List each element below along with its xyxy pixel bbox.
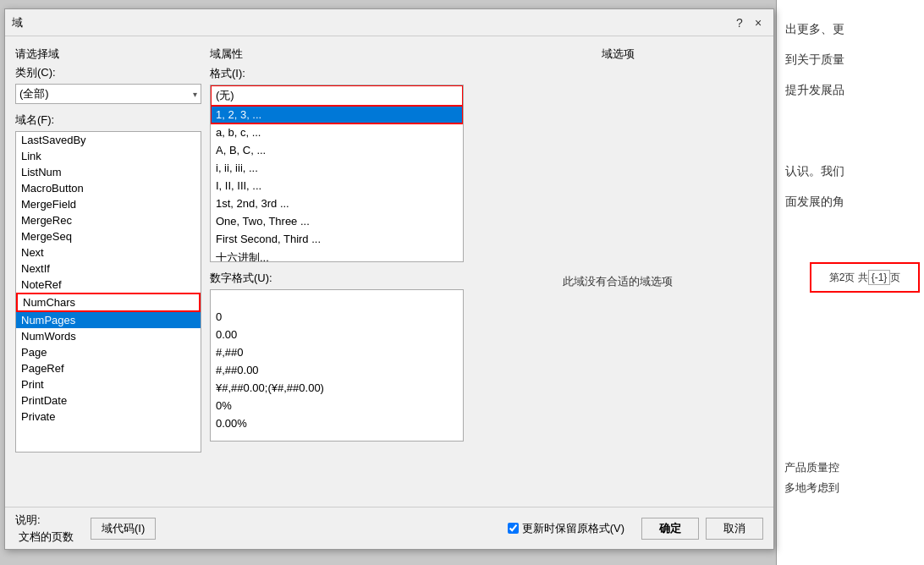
doc-line-3: 提升发展品 bbox=[785, 78, 916, 101]
numeric-list[interactable]: 0 0.00 #,##0 #,##0.00 ¥#,##0.00;(¥#,##0.… bbox=[210, 289, 464, 442]
list-item[interactable]: PrintDate bbox=[16, 392, 201, 409]
list-item-numchars[interactable]: NumChars bbox=[16, 293, 201, 312]
dialog-titlebar: 域 ? × bbox=[5, 9, 773, 36]
field-dialog: 域 ? × 请选择域 类别(C): (全部) ▾ 域名(F): bbox=[4, 8, 774, 550]
dialog-title: 域 bbox=[12, 15, 23, 30]
list-item-next[interactable]: Next bbox=[16, 244, 201, 261]
ok-button[interactable]: 确定 bbox=[641, 518, 699, 540]
help-button[interactable]: ? bbox=[731, 14, 748, 31]
numeric-item-yen[interactable]: ¥#,##0.00;(¥#,##0.00) bbox=[211, 379, 463, 397]
properties-label: 域属性 bbox=[210, 47, 464, 62]
dialog-body: 请选择域 类别(C): (全部) ▾ 域名(F): LastSavedBy Li… bbox=[5, 36, 773, 507]
list-item[interactable]: Page bbox=[16, 344, 201, 360]
format-label: 格式(I): bbox=[210, 66, 464, 81]
list-item[interactable]: NumWords bbox=[16, 328, 201, 344]
titlebar-buttons: ? × bbox=[731, 14, 767, 31]
numeric-item-percent[interactable]: 0% bbox=[211, 397, 463, 414]
list-item[interactable]: Link bbox=[16, 148, 201, 164]
description-area: 说明: 文档的页数 bbox=[15, 513, 74, 545]
doc-bottom-text: 产品质量控 多地考虑到 bbox=[784, 458, 920, 497]
category-select[interactable]: (全部) ▾ bbox=[15, 84, 201, 104]
doc-page-text: 第2页 共{-1}页 bbox=[829, 271, 901, 285]
format-item-abc-upper[interactable]: A, B, C, ... bbox=[211, 141, 463, 159]
options-label: 域选项 bbox=[602, 47, 635, 62]
doc-line-4: 认识。我们 bbox=[785, 159, 916, 183]
format-item-none[interactable]: (无) bbox=[211, 85, 463, 106]
field-list[interactable]: LastSavedBy Link ListNum MacroButton Mer… bbox=[15, 131, 201, 453]
close-button[interactable]: × bbox=[750, 14, 767, 31]
middle-panel: 域属性 格式(I): (无) 1, 2, 3, ... a, b, c, ...… bbox=[210, 47, 464, 496]
numeric-section: 数字格式(U): 0 0.00 #,##0 #,##0.00 ¥#,##0.00… bbox=[210, 271, 464, 442]
list-item[interactable]: MergeSeq bbox=[16, 228, 201, 244]
format-item-roman-upper[interactable]: I, II, III, ... bbox=[211, 177, 463, 195]
select-domain-label: 请选择域 bbox=[15, 47, 201, 62]
format-item-roman-lower[interactable]: i, ii, iii, ... bbox=[211, 159, 463, 177]
numeric-item-hash2[interactable]: #,##0.00 bbox=[211, 361, 463, 379]
list-item[interactable]: PageRef bbox=[16, 360, 201, 376]
format-item-ordinal-words[interactable]: First Second, Third ... bbox=[211, 230, 463, 248]
preserve-format-label[interactable]: 更新时保留原格式(V) bbox=[522, 521, 624, 536]
numeric-item-percent2[interactable]: 0.00% bbox=[211, 414, 463, 432]
numeric-item-empty[interactable] bbox=[211, 290, 463, 308]
preserve-format-checkbox[interactable] bbox=[508, 523, 519, 534]
doc-bottom-line-1: 产品质量控 bbox=[784, 458, 920, 477]
format-item-123[interactable]: 1, 2, 3, ... bbox=[211, 106, 463, 123]
format-list[interactable]: (无) 1, 2, 3, ... a, b, c, ... A, B, C, .… bbox=[210, 85, 464, 262]
list-item[interactable]: MacroButton bbox=[16, 180, 201, 196]
numeric-item-hash[interactable]: #,##0 bbox=[211, 343, 463, 361]
category-section: 类别(C): (全部) ▾ bbox=[15, 65, 201, 104]
dialog-footer: 说明: 文档的页数 域代码(I) 更新时保留原格式(V) 确定 取消 bbox=[5, 507, 773, 549]
preserve-format-row: 更新时保留原格式(V) bbox=[508, 521, 624, 536]
doc-page-number-box: 第2页 共{-1}页 bbox=[810, 262, 920, 293]
no-options-text: 此域没有合适的域选项 bbox=[563, 274, 673, 289]
footer-left: 说明: 文档的页数 bbox=[15, 513, 74, 545]
cancel-button[interactable]: 取消 bbox=[706, 518, 763, 540]
left-panel: 请选择域 类别(C): (全部) ▾ 域名(F): LastSavedBy Li… bbox=[15, 47, 201, 496]
format-item-abc-lower[interactable]: a, b, c, ... bbox=[211, 123, 463, 141]
doc-bottom-line-2: 多地考虑到 bbox=[784, 478, 920, 497]
category-label: 类别(C): bbox=[15, 65, 201, 80]
description-text: 文档的页数 bbox=[15, 529, 74, 545]
fieldname-label: 域名(F): bbox=[15, 112, 201, 128]
format-item-ordinal[interactable]: 1st, 2nd, 3rd ... bbox=[211, 195, 463, 212]
numeric-label: 数字格式(U): bbox=[210, 271, 464, 286]
category-select-row: (全部) ▾ bbox=[15, 84, 201, 104]
list-item-numpages[interactable]: NumPages bbox=[16, 312, 201, 328]
field-code-button[interactable]: 域代码(I) bbox=[91, 518, 156, 540]
format-item-words[interactable]: One, Two, Three ... bbox=[211, 212, 463, 230]
list-item[interactable]: NoteRef bbox=[16, 277, 201, 293]
list-item[interactable]: NextIf bbox=[16, 261, 201, 277]
format-item-hex[interactable]: 十六进制... bbox=[211, 248, 463, 262]
description-label: 说明: bbox=[15, 513, 74, 528]
category-value: (全部) bbox=[19, 86, 49, 101]
list-item[interactable]: Print bbox=[16, 376, 201, 392]
doc-line-5: 面发展的角 bbox=[785, 189, 916, 213]
fieldname-section: 域名(F): LastSavedBy Link ListNum MacroBut… bbox=[15, 112, 201, 453]
category-dropdown-arrow: ▾ bbox=[193, 90, 197, 99]
list-item[interactable]: Private bbox=[16, 409, 201, 425]
numeric-item-0.00[interactable]: 0.00 bbox=[211, 326, 463, 343]
list-item[interactable]: LastSavedBy bbox=[16, 132, 201, 148]
doc-line-1: 出更多、更 bbox=[785, 17, 916, 41]
numeric-item-0[interactable]: 0 bbox=[211, 308, 463, 326]
doc-line-2: 到关于质量 bbox=[785, 47, 916, 71]
list-item[interactable]: ListNum bbox=[16, 164, 201, 180]
list-item[interactable]: MergeField bbox=[16, 196, 201, 212]
right-panel: 域选项 此域没有合适的域选项 bbox=[472, 47, 763, 496]
format-section: 格式(I): (无) 1, 2, 3, ... a, b, c, ... A, … bbox=[210, 66, 464, 262]
list-item[interactable]: MergeRec bbox=[16, 212, 201, 228]
footer-right: 确定 取消 bbox=[641, 518, 763, 540]
